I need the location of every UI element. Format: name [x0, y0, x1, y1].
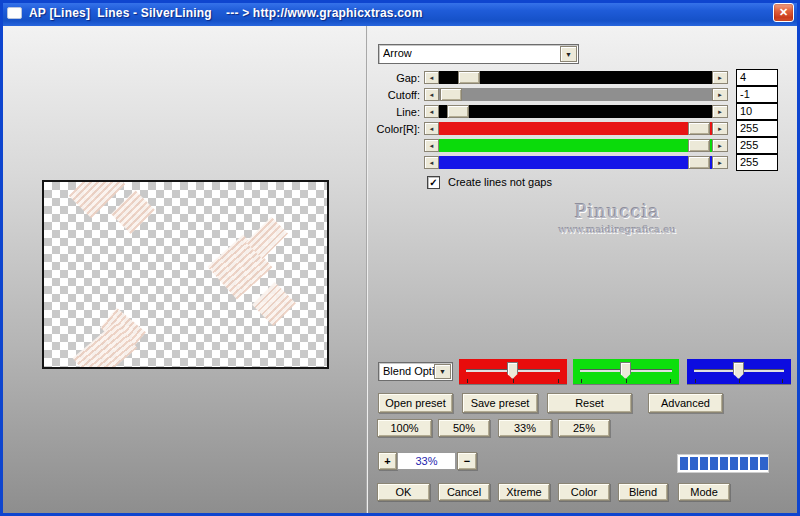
zoom-out-button[interactable]: −	[457, 452, 477, 470]
cutoff-slider-thumb[interactable]	[440, 88, 462, 101]
slider-left-arrow-button[interactable]: ◄	[424, 156, 439, 169]
preview-shape	[252, 282, 296, 326]
color-b-slider-track[interactable]	[439, 156, 712, 169]
slider-left-arrow-button[interactable]: ◄	[424, 122, 439, 135]
arrow-left-icon: ◄	[429, 92, 435, 98]
slider-row-color-b: ◄ ► 255	[0, 156, 800, 169]
color-b-slider-thumb[interactable]	[688, 156, 710, 169]
watermark-name: Pinuccia	[520, 201, 715, 222]
mode-button[interactable]: Mode	[678, 483, 730, 501]
app-icon[interactable]	[7, 7, 22, 19]
checkbox-label: Create lines not gaps	[448, 176, 552, 188]
blend-channel-red-slider[interactable]	[459, 359, 567, 384]
slider-label: Cutoff:	[330, 89, 420, 101]
color-r-slider-thumb[interactable]	[688, 122, 710, 135]
preview-canvas[interactable]	[42, 180, 329, 369]
save-preset-button[interactable]: Save preset	[462, 393, 538, 413]
shape-type-value: Arrow	[383, 47, 412, 59]
slider-right-arrow-button[interactable]: ►	[712, 105, 728, 118]
color-r-value-field[interactable]: 255	[736, 120, 778, 137]
cutoff-slider-track[interactable]	[439, 88, 712, 101]
blend-button[interactable]: Blend	[618, 483, 668, 501]
blue-channel-thumb[interactable]	[733, 362, 744, 379]
cancel-button[interactable]: Cancel	[438, 483, 490, 501]
gap-slider-thumb[interactable]	[458, 71, 480, 84]
color-g-value-field[interactable]: 255	[736, 137, 778, 154]
create-lines-checkbox[interactable]: ✓	[427, 176, 440, 189]
slider-row-line: Line: ◄ ► 10	[0, 105, 800, 118]
slider-right-arrow-button[interactable]: ►	[712, 71, 728, 84]
progress-segment	[750, 457, 758, 470]
blend-channel-blue-slider[interactable]	[687, 359, 791, 384]
line-value-field[interactable]: 10	[736, 103, 778, 120]
color-b-value-field[interactable]: 255	[736, 154, 778, 171]
chevron-down-icon: ▼	[565, 51, 572, 58]
slider-right-arrow-button[interactable]: ►	[712, 139, 728, 152]
gap-slider-track[interactable]	[439, 71, 712, 84]
slider-right-arrow-button[interactable]: ►	[712, 88, 728, 101]
progress-segment	[760, 457, 768, 470]
advanced-button[interactable]: Advanced	[648, 393, 723, 413]
line-slider-track[interactable]	[439, 105, 712, 118]
slider-right-arrow-button[interactable]: ►	[712, 122, 728, 135]
shape-type-select[interactable]: Arrow ▼	[378, 44, 579, 64]
slider-label: Gap:	[330, 72, 420, 84]
slider-row-color-r: Color[R]: ◄ ► 255	[0, 122, 800, 135]
gap-value-field[interactable]: 4	[736, 69, 778, 86]
color-g-slider-thumb[interactable]	[688, 139, 710, 152]
progress-segment	[730, 457, 738, 470]
channel-tick	[739, 379, 740, 383]
arrow-left-icon: ◄	[429, 160, 435, 166]
slider-right-arrow-button[interactable]: ►	[712, 156, 728, 169]
channel-tick	[782, 379, 783, 383]
red-channel-thumb[interactable]	[507, 362, 518, 379]
close-button[interactable]: ✕	[773, 3, 794, 22]
arrow-left-icon: ◄	[429, 109, 435, 115]
arrow-left-icon: ◄	[429, 143, 435, 149]
green-channel-thumb[interactable]	[620, 362, 631, 379]
dropdown-button[interactable]: ▼	[560, 46, 577, 62]
channel-tick	[695, 379, 696, 383]
slider-row-color-g: ◄ ► 255	[0, 139, 800, 152]
zoom-25-button[interactable]: 25%	[558, 419, 610, 437]
arrow-right-icon: ►	[717, 126, 723, 132]
color-g-slider-track[interactable]	[439, 139, 712, 152]
channel-tick	[581, 379, 582, 383]
progress-segment	[710, 457, 718, 470]
zoom-33-button[interactable]: 33%	[498, 419, 552, 437]
slider-left-arrow-button[interactable]: ◄	[424, 139, 439, 152]
open-preset-button[interactable]: Open preset	[378, 393, 453, 413]
dropdown-button[interactable]: ▼	[434, 364, 451, 379]
zoom-100-button[interactable]: 100%	[377, 419, 432, 437]
line-slider-thumb[interactable]	[447, 105, 469, 118]
cutoff-value-field[interactable]: -1	[736, 86, 778, 103]
color-r-slider-track[interactable]	[439, 122, 712, 135]
slider-label: Line:	[330, 106, 420, 118]
blend-channel-green-slider[interactable]	[573, 359, 679, 384]
arrow-right-icon: ►	[717, 92, 723, 98]
arrow-right-icon: ►	[717, 75, 723, 81]
slider-left-arrow-button[interactable]: ◄	[424, 105, 439, 118]
blend-options-select[interactable]: Blend Opti ▼	[378, 362, 453, 381]
arrow-right-icon: ►	[717, 143, 723, 149]
reset-button[interactable]: Reset	[547, 393, 632, 413]
xtreme-button[interactable]: Xtreme	[498, 483, 550, 501]
arrow-right-icon: ►	[717, 160, 723, 166]
plugin-window: AP [Lines] Lines - SilverLining --- > ht…	[0, 0, 800, 516]
progress-segment	[700, 457, 708, 470]
slider-left-arrow-button[interactable]: ◄	[424, 71, 439, 84]
arrow-left-icon: ◄	[429, 75, 435, 81]
zoom-50-button[interactable]: 50%	[438, 419, 490, 437]
progress-segment	[680, 457, 688, 470]
slider-row-gap: Gap: ◄ ► 4	[0, 71, 800, 84]
watermark: Pinuccia www.maidiregrafica.eu	[520, 201, 715, 235]
titlebar[interactable]: AP [Lines] Lines - SilverLining --- > ht…	[0, 0, 800, 26]
progress-segment	[740, 457, 748, 470]
zoom-in-button[interactable]: +	[378, 452, 397, 470]
slider-left-arrow-button[interactable]: ◄	[424, 88, 439, 101]
arrow-right-icon: ►	[717, 109, 723, 115]
minus-icon: −	[464, 455, 470, 467]
color-button[interactable]: Color	[558, 483, 610, 501]
blend-options-value: Blend Opti	[383, 365, 435, 377]
ok-button[interactable]: OK	[377, 483, 430, 501]
